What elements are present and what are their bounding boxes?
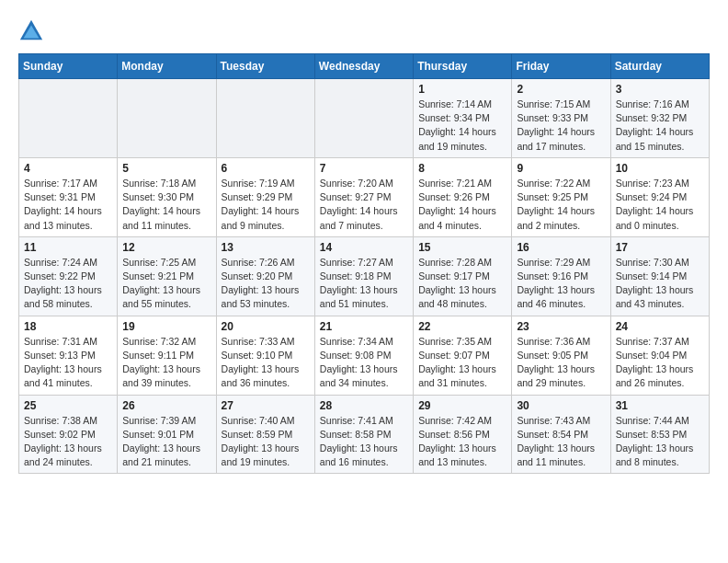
calendar-cell: 12Sunrise: 7:25 AM Sunset: 9:21 PM Dayli…: [118, 236, 216, 316]
day-info: Sunrise: 7:28 AM Sunset: 9:17 PM Dayligh…: [418, 256, 506, 312]
calendar-cell: 28Sunrise: 7:41 AM Sunset: 8:58 PM Dayli…: [314, 395, 413, 474]
calendar-cell: 24Sunrise: 7:37 AM Sunset: 9:04 PM Dayli…: [610, 316, 709, 395]
calendar-cell: 14Sunrise: 7:27 AM Sunset: 9:18 PM Dayli…: [314, 236, 413, 316]
calendar-cell: 25Sunrise: 7:38 AM Sunset: 9:02 PM Dayli…: [19, 395, 118, 474]
day-number: 12: [122, 241, 210, 254]
calendar-cell: 17Sunrise: 7:30 AM Sunset: 9:14 PM Dayli…: [610, 236, 709, 316]
calendar-cell: 20Sunrise: 7:33 AM Sunset: 9:10 PM Dayli…: [216, 316, 314, 395]
day-info: Sunrise: 7:44 AM Sunset: 8:53 PM Dayligh…: [616, 414, 704, 470]
day-number: 29: [418, 399, 506, 412]
day-info: Sunrise: 7:30 AM Sunset: 9:14 PM Dayligh…: [616, 256, 704, 312]
day-info: Sunrise: 7:42 AM Sunset: 8:56 PM Dayligh…: [418, 414, 506, 470]
day-number: 22: [418, 320, 506, 333]
logo-icon: [18, 18, 44, 44]
day-info: Sunrise: 7:18 AM Sunset: 9:30 PM Dayligh…: [122, 177, 210, 233]
day-number: 5: [122, 162, 210, 175]
column-header-monday: Monday: [118, 54, 216, 79]
day-number: 16: [517, 241, 605, 254]
calendar-cell: 21Sunrise: 7:34 AM Sunset: 9:08 PM Dayli…: [314, 316, 413, 395]
day-info: Sunrise: 7:39 AM Sunset: 9:01 PM Dayligh…: [122, 414, 210, 470]
day-info: Sunrise: 7:15 AM Sunset: 9:33 PM Dayligh…: [517, 98, 605, 154]
calendar-header-row: SundayMondayTuesdayWednesdayThursdayFrid…: [19, 54, 710, 79]
calendar-cell: [118, 79, 216, 158]
calendar-cell: 23Sunrise: 7:36 AM Sunset: 9:05 PM Dayli…: [512, 316, 610, 395]
day-info: Sunrise: 7:25 AM Sunset: 9:21 PM Dayligh…: [122, 256, 210, 312]
calendar-cell: 27Sunrise: 7:40 AM Sunset: 8:59 PM Dayli…: [216, 395, 314, 474]
calendar-cell: 9Sunrise: 7:22 AM Sunset: 9:25 PM Daylig…: [512, 157, 610, 236]
calendar-cell: 8Sunrise: 7:21 AM Sunset: 9:26 PM Daylig…: [414, 157, 512, 236]
day-number: 31: [616, 399, 704, 412]
day-info: Sunrise: 7:40 AM Sunset: 8:59 PM Dayligh…: [222, 414, 310, 470]
calendar-cell: 30Sunrise: 7:43 AM Sunset: 8:54 PM Dayli…: [512, 395, 610, 474]
calendar-cell: 7Sunrise: 7:20 AM Sunset: 9:27 PM Daylig…: [314, 157, 413, 236]
calendar-week-row: 4Sunrise: 7:17 AM Sunset: 9:31 PM Daylig…: [19, 157, 710, 236]
day-info: Sunrise: 7:27 AM Sunset: 9:18 PM Dayligh…: [320, 256, 408, 312]
calendar-cell: 19Sunrise: 7:32 AM Sunset: 9:11 PM Dayli…: [118, 316, 216, 395]
page-header: [18, 18, 710, 44]
day-info: Sunrise: 7:35 AM Sunset: 9:07 PM Dayligh…: [418, 335, 506, 391]
day-info: Sunrise: 7:20 AM Sunset: 9:27 PM Dayligh…: [320, 177, 408, 233]
day-number: 11: [24, 241, 112, 254]
column-header-saturday: Saturday: [610, 54, 709, 79]
calendar-week-row: 1Sunrise: 7:14 AM Sunset: 9:34 PM Daylig…: [19, 79, 710, 158]
day-number: 23: [517, 320, 605, 333]
day-info: Sunrise: 7:21 AM Sunset: 9:26 PM Dayligh…: [418, 177, 506, 233]
day-number: 3: [616, 83, 704, 96]
day-number: 18: [24, 320, 112, 333]
day-number: 9: [517, 162, 605, 175]
day-number: 19: [122, 320, 210, 333]
day-number: 17: [616, 241, 704, 254]
day-number: 10: [616, 162, 704, 175]
day-number: 2: [517, 83, 605, 96]
calendar-cell: [216, 79, 314, 158]
column-header-thursday: Thursday: [414, 54, 512, 79]
column-header-wednesday: Wednesday: [314, 54, 413, 79]
day-info: Sunrise: 7:41 AM Sunset: 8:58 PM Dayligh…: [320, 414, 408, 470]
day-number: 30: [517, 399, 605, 412]
day-number: 20: [222, 320, 310, 333]
day-info: Sunrise: 7:32 AM Sunset: 9:11 PM Dayligh…: [122, 335, 210, 391]
calendar-cell: [314, 79, 413, 158]
day-number: 8: [418, 162, 506, 175]
column-header-sunday: Sunday: [19, 54, 118, 79]
day-number: 13: [222, 241, 310, 254]
calendar-week-row: 18Sunrise: 7:31 AM Sunset: 9:13 PM Dayli…: [19, 316, 710, 395]
day-info: Sunrise: 7:16 AM Sunset: 9:32 PM Dayligh…: [616, 98, 704, 154]
calendar-cell: 5Sunrise: 7:18 AM Sunset: 9:30 PM Daylig…: [118, 157, 216, 236]
calendar-cell: 22Sunrise: 7:35 AM Sunset: 9:07 PM Dayli…: [414, 316, 512, 395]
day-number: 6: [222, 162, 310, 175]
day-number: 7: [320, 162, 408, 175]
calendar-cell: 26Sunrise: 7:39 AM Sunset: 9:01 PM Dayli…: [118, 395, 216, 474]
day-info: Sunrise: 7:36 AM Sunset: 9:05 PM Dayligh…: [517, 335, 605, 391]
day-info: Sunrise: 7:24 AM Sunset: 9:22 PM Dayligh…: [24, 256, 112, 312]
day-number: 4: [24, 162, 112, 175]
day-info: Sunrise: 7:43 AM Sunset: 8:54 PM Dayligh…: [517, 414, 605, 470]
column-header-tuesday: Tuesday: [216, 54, 314, 79]
calendar-cell: 6Sunrise: 7:19 AM Sunset: 9:29 PM Daylig…: [216, 157, 314, 236]
calendar-cell: 16Sunrise: 7:29 AM Sunset: 9:16 PM Dayli…: [512, 236, 610, 316]
day-number: 15: [418, 241, 506, 254]
day-info: Sunrise: 7:23 AM Sunset: 9:24 PM Dayligh…: [616, 177, 704, 233]
calendar-cell: 15Sunrise: 7:28 AM Sunset: 9:17 PM Dayli…: [414, 236, 512, 316]
day-number: 14: [320, 241, 408, 254]
day-number: 1: [418, 83, 506, 96]
day-info: Sunrise: 7:14 AM Sunset: 9:34 PM Dayligh…: [418, 98, 506, 154]
day-info: Sunrise: 7:34 AM Sunset: 9:08 PM Dayligh…: [320, 335, 408, 391]
calendar-cell: 1Sunrise: 7:14 AM Sunset: 9:34 PM Daylig…: [414, 79, 512, 158]
day-number: 25: [24, 399, 112, 412]
day-number: 21: [320, 320, 408, 333]
day-info: Sunrise: 7:19 AM Sunset: 9:29 PM Dayligh…: [222, 177, 310, 233]
day-info: Sunrise: 7:37 AM Sunset: 9:04 PM Dayligh…: [616, 335, 704, 391]
calendar-cell: 29Sunrise: 7:42 AM Sunset: 8:56 PM Dayli…: [414, 395, 512, 474]
day-number: 27: [222, 399, 310, 412]
day-info: Sunrise: 7:26 AM Sunset: 9:20 PM Dayligh…: [222, 256, 310, 312]
day-info: Sunrise: 7:29 AM Sunset: 9:16 PM Dayligh…: [517, 256, 605, 312]
calendar-table: SundayMondayTuesdayWednesdayThursdayFrid…: [18, 53, 710, 474]
calendar-cell: 13Sunrise: 7:26 AM Sunset: 9:20 PM Dayli…: [216, 236, 314, 316]
calendar-cell: 4Sunrise: 7:17 AM Sunset: 9:31 PM Daylig…: [19, 157, 118, 236]
calendar-cell: 2Sunrise: 7:15 AM Sunset: 9:33 PM Daylig…: [512, 79, 610, 158]
day-info: Sunrise: 7:22 AM Sunset: 9:25 PM Dayligh…: [517, 177, 605, 233]
calendar-cell: 31Sunrise: 7:44 AM Sunset: 8:53 PM Dayli…: [610, 395, 709, 474]
calendar-week-row: 25Sunrise: 7:38 AM Sunset: 9:02 PM Dayli…: [19, 395, 710, 474]
calendar-cell: [19, 79, 118, 158]
